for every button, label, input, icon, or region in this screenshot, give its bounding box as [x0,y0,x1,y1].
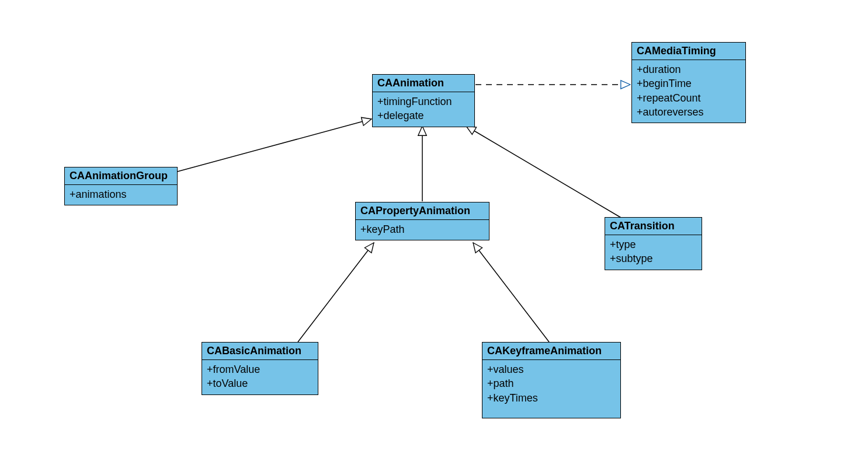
class-caanimation: CAAnimation +timingFunction +delegate [372,74,475,127]
class-title: CABasicAnimation [202,343,318,360]
edge-cabasic-capropertyanimation [298,243,374,342]
class-attr: +autoreverses [637,105,741,119]
class-body: +keyPath [356,220,489,240]
class-body: +type +subtype [605,235,702,270]
class-body: +values +path +keyTimes [482,360,620,418]
class-attr: +type [610,238,697,252]
class-caanimationgroup: CAAnimationGroup +animations [64,167,178,205]
edge-cakeyframe-capropertyanimation [473,243,549,342]
edge-catransition-caanimation [466,126,625,220]
class-body: +fromValue +toValue [202,360,318,394]
class-attr: +keyTimes [487,391,616,405]
class-title: CAPropertyAnimation [356,202,489,220]
class-body: +animations [65,185,177,205]
class-attr: +repeatCount [637,91,741,105]
class-title: CAMediaTiming [632,43,745,60]
class-attr: +path [487,376,616,390]
class-body: +timingFunction +delegate [373,92,474,127]
class-title: CAKeyframeAnimation [482,343,620,360]
class-title: CAAnimation [373,75,474,92]
class-attr: +delegate [377,109,470,123]
class-attr: +toValue [207,376,313,390]
class-capropertyanimation: CAPropertyAnimation +keyPath [355,202,489,240]
class-attr: +subtype [610,252,697,266]
class-attr: +fromValue [207,362,313,376]
class-attr: +beginTime [637,76,741,90]
class-attr: +keyPath [360,222,484,236]
class-title: CAAnimationGroup [65,167,177,185]
class-cabasicanimation: CABasicAnimation +fromValue +toValue [202,342,318,395]
class-cakeyframeanimation: CAKeyframeAnimation +values +path +keyTi… [482,342,621,418]
class-attr: +values [487,362,616,376]
class-camediatiming: CAMediaTiming +duration +beginTime +repe… [631,42,746,123]
class-body: +duration +beginTime +repeatCount +autor… [632,60,745,123]
class-title: CATransition [605,218,702,235]
class-catransition: CATransition +type +subtype [605,217,702,270]
uml-canvas: CAMediaTiming +duration +beginTime +repe… [0,0,868,461]
edge-caanimationgroup-caanimation [175,119,371,172]
class-attr: +duration [637,62,741,76]
class-attr: +timingFunction [377,95,470,109]
class-attr: +animations [70,187,172,201]
